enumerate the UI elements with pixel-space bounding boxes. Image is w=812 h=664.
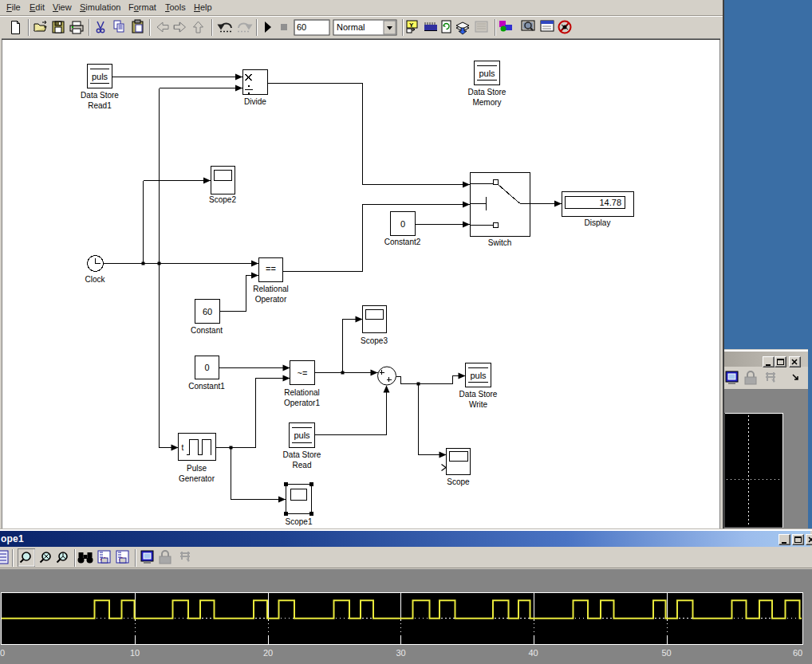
svg-text:Data Store: Data Store [81, 91, 119, 100]
svg-text:Relational: Relational [284, 388, 319, 397]
svg-text:Read1: Read1 [88, 101, 112, 110]
svg-text:50: 50 [661, 648, 671, 658]
svg-text:Data Store: Data Store [459, 390, 498, 399]
svg-text:20: 20 [263, 648, 273, 658]
svg-text:Y: Y [409, 22, 414, 29]
svg-text:==: == [266, 264, 276, 273]
svg-text:puls: puls [479, 69, 495, 78]
svg-text:Divide: Divide [244, 97, 266, 106]
svg-text:Generator: Generator [179, 474, 215, 483]
svg-text:60: 60 [793, 648, 802, 658]
svg-text:Write: Write [469, 400, 488, 409]
svg-text:~=: ~= [298, 368, 308, 378]
svg-text:puls: puls [92, 72, 108, 81]
svg-text:t: t [182, 443, 184, 452]
svg-text:Scope2: Scope2 [209, 195, 236, 204]
svg-text:Constant1: Constant1 [188, 382, 225, 391]
svg-text:Display: Display [585, 218, 611, 227]
svg-text:60: 60 [297, 22, 306, 32]
svg-text:Normal: Normal [337, 22, 365, 32]
svg-text:Memory: Memory [472, 98, 501, 107]
svg-text:Constant2: Constant2 [384, 238, 421, 246]
svg-text:Constant: Constant [191, 326, 223, 335]
svg-text:Scope3: Scope3 [361, 336, 388, 345]
svg-text:0: 0 [204, 363, 209, 372]
svg-text:Operator1: Operator1 [284, 399, 320, 407]
svg-text:Data Store: Data Store [468, 88, 507, 96]
svg-text:Data Store: Data Store [283, 450, 321, 459]
svg-text:Relational: Relational [253, 285, 288, 293]
svg-text:Switch: Switch [488, 238, 511, 247]
svg-text:Clock: Clock [85, 275, 105, 284]
svg-text:puls: puls [294, 430, 310, 440]
svg-text:Pulse: Pulse [187, 464, 207, 473]
svg-text:10: 10 [130, 648, 140, 658]
svg-text:Operator: Operator [255, 295, 287, 304]
svg-text:0: 0 [0, 648, 5, 658]
svg-text:Read: Read [293, 461, 312, 470]
svg-text:puls: puls [470, 371, 487, 380]
svg-text:Scope: Scope [447, 477, 470, 486]
svg-text:40: 40 [528, 648, 538, 658]
svg-text:0: 0 [400, 219, 405, 229]
svg-text:60: 60 [203, 307, 212, 316]
svg-text:Scope1: Scope1 [286, 517, 313, 526]
svg-text:14.78: 14.78 [599, 198, 621, 207]
svg-text:30: 30 [396, 648, 405, 658]
